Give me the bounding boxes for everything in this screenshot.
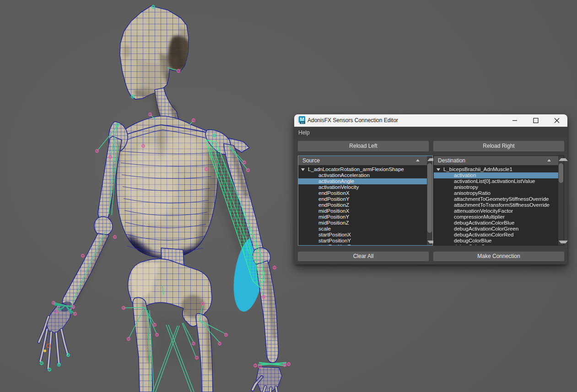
svg-text:M: M [300,117,304,122]
svg-text:ADN: ADN [301,122,304,124]
